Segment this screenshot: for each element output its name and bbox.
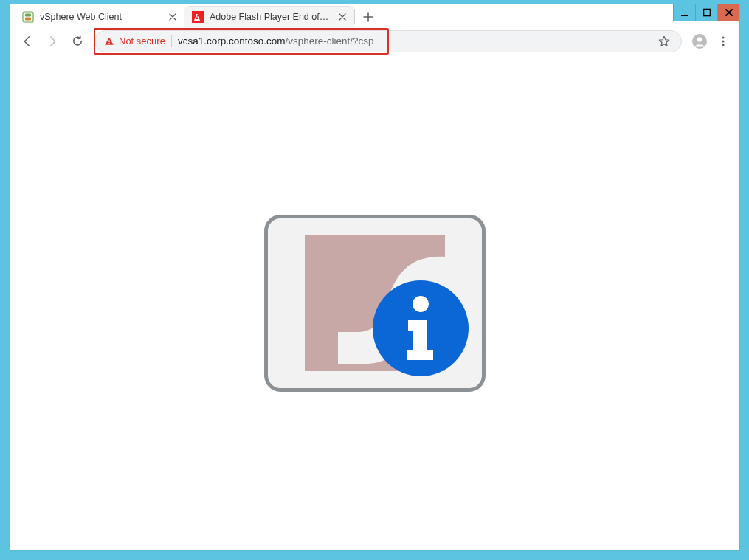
- window-controls: [673, 4, 739, 21]
- tab-title: Adobe Flash Player End of Life: [210, 12, 331, 22]
- svg-rect-2: [25, 17, 31, 20]
- info-icon: [395, 295, 446, 362]
- browser-toolbar: Not secure vcsa1.corp.contoso.com/vspher…: [10, 27, 739, 55]
- svg-point-11: [722, 40, 724, 42]
- forward-button[interactable]: [41, 30, 63, 52]
- tab-close-button[interactable]: [167, 11, 179, 23]
- info-badge: [373, 280, 469, 376]
- tab-adobe-flash-eol[interactable]: Adobe Flash Player End of Life: [184, 6, 354, 27]
- svg-point-9: [697, 37, 702, 41]
- profile-button[interactable]: [689, 31, 710, 52]
- tab-vsphere[interactable]: vSphere Web Client: [15, 6, 184, 27]
- flash-eol-card[interactable]: [264, 215, 486, 392]
- url-text: vcsa1.corp.contoso.com/vsphere-client/?c…: [178, 35, 374, 46]
- separator: [171, 35, 172, 47]
- window-maximize-button[interactable]: [695, 4, 717, 21]
- svg-rect-7: [108, 43, 109, 44]
- svg-rect-6: [108, 40, 109, 42]
- tab-strip: vSphere Web Client Adobe Flash Player En…: [10, 4, 379, 27]
- bookmark-button[interactable]: [655, 32, 674, 51]
- svg-point-13: [413, 296, 429, 312]
- window-minimize-button[interactable]: [673, 4, 695, 21]
- vsphere-icon: [22, 11, 34, 23]
- tab-close-button[interactable]: [336, 11, 348, 23]
- security-indicator[interactable]: Not secure: [95, 35, 165, 46]
- svg-rect-4: [681, 15, 688, 16]
- warning-icon: [104, 36, 114, 46]
- url-path: /vsphere-client/?csp: [285, 35, 373, 46]
- url-host: vcsa1.corp.contoso.com: [178, 35, 286, 46]
- svg-point-10: [722, 36, 724, 38]
- address-bar[interactable]: Not secure vcsa1.corp.contoso.com/vspher…: [94, 30, 682, 52]
- profile-icon: [691, 32, 708, 50]
- new-tab-button[interactable]: [358, 7, 379, 27]
- reload-button[interactable]: [66, 30, 89, 52]
- desktop-background: vSphere Web Client Adobe Flash Player En…: [0, 0, 749, 560]
- tab-divider: [354, 9, 355, 24]
- browser-window: vSphere Web Client Adobe Flash Player En…: [10, 4, 739, 550]
- svg-point-12: [722, 44, 724, 46]
- svg-rect-1: [25, 13, 31, 16]
- title-bar: vSphere Web Client Adobe Flash Player En…: [10, 4, 739, 27]
- adobe-icon: [192, 11, 204, 23]
- menu-button[interactable]: [713, 31, 734, 52]
- back-button[interactable]: [16, 30, 38, 52]
- tab-title: vSphere Web Client: [40, 12, 161, 22]
- svg-rect-0: [23, 12, 33, 22]
- page-content: [10, 55, 739, 550]
- kebab-icon: [717, 35, 729, 47]
- window-close-button[interactable]: [717, 4, 739, 21]
- svg-rect-5: [703, 10, 710, 16]
- security-label: Not secure: [119, 35, 165, 46]
- star-icon: [657, 35, 671, 48]
